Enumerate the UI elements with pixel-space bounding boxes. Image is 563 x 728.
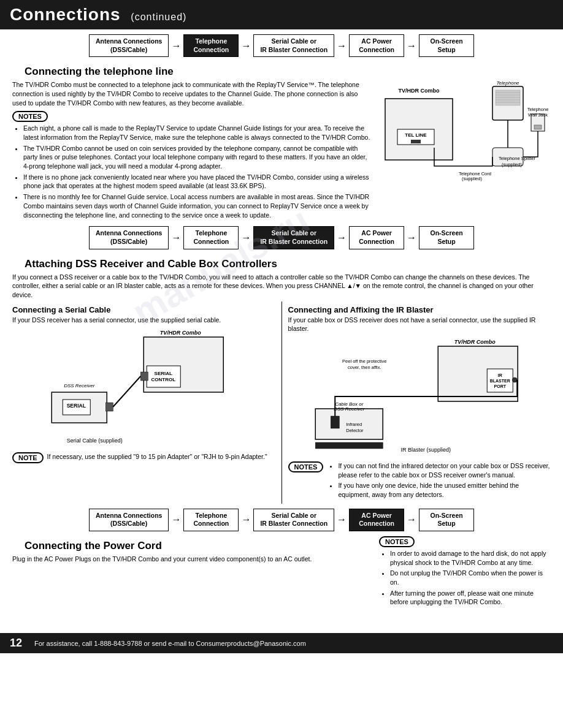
svg-text:Wall Jack: Wall Jack xyxy=(528,112,548,118)
nav-item-antenna-3[interactable]: Antenna Connections(DSS/Cable) xyxy=(89,509,169,531)
telephone-note-1: Each night, a phone call is made to the … xyxy=(23,124,373,142)
telephone-section: Connecting the telephone line The TV/HDR… xyxy=(0,66,563,221)
ir-notes-label: NOTES xyxy=(288,461,324,472)
telephone-body: The TV/HDR Combo must be connected to a … xyxy=(12,80,373,107)
nav-item-antenna-2[interactable]: Antenna Connections(DSS/Cable) xyxy=(89,226,169,249)
telephone-notes-block: NOTES Each night, a phone call is made t… xyxy=(12,111,373,219)
footer-text: For assistance, call 1-888-843-9788 or s… xyxy=(34,640,306,647)
ir-blaster-section: Connecting and Affixing the IR Blaster I… xyxy=(282,301,551,504)
telephone-notes-label: NOTES xyxy=(12,111,48,122)
nav-bar-3: Antenna Connections(DSS/Cable) → Telepho… xyxy=(0,504,563,536)
svg-text:TV/HDR  Combo: TV/HDR Combo xyxy=(399,88,440,94)
svg-text:BLASTER: BLASTER xyxy=(489,379,510,383)
telephone-diagram: TV/HDR Combo TEL LINE Telephone xyxy=(379,80,551,203)
serial-note-label: NOTE xyxy=(12,452,44,463)
nav-item-setup-2[interactable]: On-ScreenSetup xyxy=(419,226,474,249)
telephone-note-4: There is no monthly fee for Channel Guid… xyxy=(23,192,373,219)
ir-notes-list: If you can not find the infrared detecto… xyxy=(338,461,551,501)
ir-diagram: TV/HDR Combo IR BLASTER PORT Cable Box o… xyxy=(288,335,551,458)
svg-text:DSS Receiver: DSS Receiver xyxy=(64,383,95,389)
svg-text:CONTROL: CONTROL xyxy=(151,377,175,382)
power-notes-label: NOTES xyxy=(379,536,415,547)
nav-arrow-11: → xyxy=(335,514,348,525)
nav-arrow-3: → xyxy=(335,40,348,51)
ir-note-1: If you can not find the infrared detecto… xyxy=(338,461,551,479)
telephone-note-2: The TV/HDR Combo cannot be used on coin … xyxy=(23,144,373,171)
serial-subtitle: Connecting a Serial Cable xyxy=(12,305,275,314)
page-footer: 12 For assistance, call 1-888-843-9788 o… xyxy=(0,633,563,653)
svg-text:Infrared: Infrared xyxy=(346,422,362,427)
nav-item-telephone-1[interactable]: TelephoneConnection xyxy=(183,34,239,57)
svg-text:SERIAL: SERIAL xyxy=(67,403,86,409)
telephone-text-col: The TV/HDR Combo must be connected to a … xyxy=(12,80,373,221)
nav-arrow-4: → xyxy=(405,40,418,51)
svg-text:Telephone: Telephone xyxy=(496,80,519,86)
power-note-3: After turning the power off, please wait… xyxy=(390,589,551,607)
svg-rect-4 xyxy=(411,140,421,143)
header-title: Connections xyxy=(10,5,121,24)
telephone-note-3: If there is no phone jack conveniently l… xyxy=(23,173,373,191)
dss-body: If you connect a DSS receiver or a cable… xyxy=(12,273,551,300)
svg-text:TV/HDR  Combo: TV/HDR Combo xyxy=(160,330,201,336)
svg-text:SERIAL: SERIAL xyxy=(155,371,172,376)
svg-text:IR: IR xyxy=(497,373,502,377)
nav-item-setup-3[interactable]: On-ScreenSetup xyxy=(419,509,474,531)
nav-arrow-6: → xyxy=(240,232,252,243)
serial-ir-section: Connecting a Serial Cable If your DSS re… xyxy=(12,301,551,504)
header-subtitle: (continued) xyxy=(131,12,186,22)
nav-arrow-5: → xyxy=(170,232,182,243)
svg-text:TEL LINE: TEL LINE xyxy=(405,132,427,138)
svg-text:cover, then affix.: cover, then affix. xyxy=(348,365,381,370)
serial-note-block: NOTE If necessary, use the supplied "9 t… xyxy=(12,452,275,463)
svg-rect-44 xyxy=(331,416,339,428)
nav-item-ac-3[interactable]: AC PowerConnection xyxy=(349,509,404,531)
power-notes-list: In order to avoid damage to the hard dis… xyxy=(390,549,551,607)
svg-text:PORT: PORT xyxy=(494,384,506,389)
nav-bar-2: Antenna Connections(DSS/Cable) → Telepho… xyxy=(0,221,563,254)
nav-item-serial-3[interactable]: Serial Cable orIR Blaster Connection xyxy=(253,509,334,531)
power-text-col: Connecting the Power Cord Plug in the AC… xyxy=(12,536,373,609)
nav-item-serial-1[interactable]: Serial Cable orIR Blaster Connection xyxy=(253,34,334,57)
power-section-title: Connecting the Power Cord xyxy=(25,540,361,552)
nav-arrow-7: → xyxy=(335,232,348,243)
nav-arrow-1: → xyxy=(170,40,182,51)
svg-rect-32 xyxy=(105,403,113,411)
svg-rect-50 xyxy=(315,442,383,449)
nav-arrow-9: → xyxy=(170,514,182,525)
nav-item-ac-2[interactable]: AC PowerConnection xyxy=(349,226,404,249)
nav-arrow-2: → xyxy=(240,40,252,51)
svg-text:DSS Receiver: DSS Receiver xyxy=(334,406,365,412)
power-note-1: In order to avoid damage to the hard dis… xyxy=(390,549,551,567)
serial-diagram: TV/HDR Combo SERIAL CONTROL DSS Receiver… xyxy=(12,326,275,449)
svg-text:TV/HDR  Combo: TV/HDR Combo xyxy=(454,339,495,345)
svg-text:IR Blaster (supplied): IR Blaster (supplied) xyxy=(400,447,451,453)
nav-item-telephone-3[interactable]: TelephoneConnection xyxy=(183,509,239,531)
ir-subtitle: Connecting and Affixing the IR Blaster xyxy=(288,305,551,314)
nav-bar-1: Antenna Connections(DSS/Cable) → Telepho… xyxy=(0,29,563,62)
page-container: Connections (continued) Antenna Connecti… xyxy=(0,0,563,678)
svg-rect-16 xyxy=(534,125,542,129)
footer-page-number: 12 xyxy=(10,637,22,650)
serial-note-text: If necessary, use the supplied "9 to 15 … xyxy=(47,452,267,461)
power-section: Connecting the Power Cord Plug in the AC… xyxy=(0,536,563,609)
dss-section-title: Attaching DSS Receiver and Cable Box Con… xyxy=(25,258,538,270)
power-body: Plug in the AC Power Plugs on the TV/HDR… xyxy=(12,555,373,564)
ir-note-2: If you have only one device, hide the un… xyxy=(338,481,551,499)
telephone-notes-list: Each night, a phone call is made to the … xyxy=(23,124,373,219)
nav-item-telephone-2[interactable]: TelephoneConnection xyxy=(183,226,239,249)
svg-text:Serial Cable (supplied): Serial Cable (supplied) xyxy=(67,438,123,444)
nav-arrow-8: → xyxy=(405,232,418,243)
nav-item-antenna-1[interactable]: Antenna Connections(DSS/Cable) xyxy=(89,34,169,57)
power-notes-col: NOTES In order to avoid damage to the ha… xyxy=(379,536,551,609)
svg-text:Telephone: Telephone xyxy=(527,107,549,112)
ir-body: If your cable box or DSS receiver does n… xyxy=(288,316,551,333)
nav-item-serial-2[interactable]: Serial Cable orIR Blaster Connection xyxy=(253,226,334,249)
ir-notes-block: NOTES If you can not find the infrared d… xyxy=(288,461,551,501)
svg-point-40 xyxy=(512,377,517,382)
nav-arrow-12: → xyxy=(405,514,418,525)
telephone-section-title: Connecting the telephone line xyxy=(25,66,538,78)
svg-text:Detector: Detector xyxy=(346,428,364,433)
nav-item-setup-1[interactable]: On-ScreenSetup xyxy=(419,34,474,57)
nav-arrow-10: → xyxy=(240,514,252,525)
nav-item-ac-1[interactable]: AC PowerConnection xyxy=(349,34,404,57)
